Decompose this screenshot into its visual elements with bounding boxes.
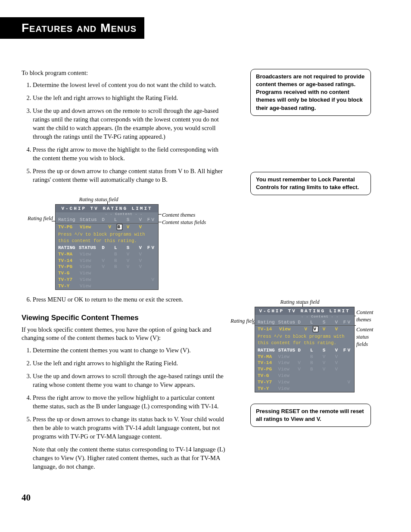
- cell-rating: TV-PG: [58, 264, 79, 270]
- cell-flags: B V V: [100, 251, 156, 258]
- cell-flags: V B V V: [298, 366, 352, 373]
- panel-thead: RATING STATUS D L S V FV: [255, 347, 354, 354]
- cell-status: View: [80, 264, 100, 270]
- note-box-2: You must remember to Lock Parental Contr…: [250, 172, 371, 195]
- flag-post: V V: [318, 327, 352, 332]
- panel-title: V-CHIP TV RATING LIMIT: [255, 307, 354, 315]
- cell-rating: TV-Y7: [258, 379, 277, 386]
- cell-rating: TV-Y: [258, 386, 277, 392]
- panel-row: TV-MAView B V V: [255, 354, 354, 360]
- caption-content-themes: Content themes: [162, 212, 195, 219]
- cell-status: View: [80, 251, 100, 258]
- step-item: Press MENU or OK to return to the menu o…: [33, 295, 226, 304]
- cell-status: View: [278, 360, 297, 366]
- panel-row: TV-PGViewV B V V: [255, 366, 354, 373]
- hdr-flags: D L S V FV: [298, 319, 352, 326]
- callout-line: [158, 214, 162, 215]
- panel-row: TV-14ViewV B V V: [255, 360, 354, 366]
- cell-rating: TV-Y7: [58, 277, 79, 283]
- sel-status: View: [279, 326, 299, 333]
- figure-a: Rating status field Rating field Content…: [28, 196, 213, 289]
- sel-flags: V V V V: [300, 326, 352, 333]
- panel-subtitle: - - Content - -: [56, 212, 158, 217]
- cell-rating: TV-Y: [58, 283, 79, 289]
- panel-msg2: this content for this rating.: [56, 237, 158, 245]
- cell-rating: TV-14: [258, 360, 277, 366]
- panel-row: TV-YView: [56, 283, 158, 289]
- caption-content-status: Content status fields: [356, 326, 380, 348]
- panel-row: TV-GView: [56, 270, 158, 277]
- cell-flags: V B V V: [100, 264, 156, 270]
- caption-top: Rating status field: [223, 299, 377, 306]
- section2-heading: Viewing Specific Content Themes: [22, 313, 226, 323]
- caption-content-status: Content status fields: [162, 219, 206, 226]
- callout-line: [52, 221, 55, 221]
- step-item: Use the up and down arrows to scroll thr…: [33, 372, 226, 389]
- page-header: Features and Menus: [0, 17, 144, 39]
- sel-status: View: [80, 224, 100, 230]
- figure-b: Rating status field Rating field Content…: [240, 299, 377, 392]
- panel-row: TV-Y7View V: [56, 277, 158, 283]
- panel-row: TV-14ViewV B V V: [56, 258, 158, 264]
- step-item: Press the up or down arrow to change con…: [33, 167, 226, 184]
- steps-list-b: Determine the content themes you want to…: [22, 346, 226, 471]
- cell-status: View: [80, 283, 100, 289]
- cell-status: View: [80, 270, 100, 277]
- flag-boxed: V: [313, 326, 319, 332]
- cell-status: View: [278, 354, 297, 360]
- cell-rating: TV-G: [58, 270, 79, 277]
- panel-row: TV-GView: [255, 373, 354, 379]
- cell-flags: V: [298, 379, 352, 386]
- hdr-status: Status: [80, 217, 100, 223]
- caption-rating-field: Rating field: [28, 215, 52, 222]
- cell-flags: B V V: [298, 354, 352, 360]
- flag-post: V V: [122, 224, 156, 230]
- right-column: Broadcasters are not required to provide…: [250, 69, 371, 427]
- callout-line: [158, 222, 162, 222]
- th-status: STATUS: [79, 245, 99, 251]
- step-text: Press the up or down arrows to change it…: [33, 416, 224, 440]
- cell-flags: [298, 373, 352, 379]
- th-status: STATUS: [278, 347, 298, 354]
- step-item: Use the up and down arrows on the remote…: [33, 106, 226, 141]
- cell-flags: V B V V: [298, 360, 352, 366]
- panel-header-row: Rating Status D L S V FV: [255, 319, 354, 326]
- cell-rating: TV-PG: [258, 366, 277, 373]
- flag-pre: V: [108, 224, 116, 230]
- panel-header-row: Rating Status D L S V FV: [56, 217, 158, 224]
- panel-row: TV-YView: [255, 386, 354, 392]
- sel-flags: V B V V: [100, 224, 156, 230]
- step-item: Press the right arrow to move the yellow…: [33, 393, 226, 411]
- step-item: Determine the lowest level of content yo…: [33, 81, 226, 89]
- caption-content-themes: Content themes: [356, 309, 380, 324]
- flag-pre: V: [304, 327, 312, 332]
- note-box-3: Pressing RESET on the remote will reset …: [250, 404, 371, 427]
- caption-top: Rating status field: [0, 196, 213, 203]
- main-columns: To block program content: Determine the …: [22, 69, 389, 477]
- cell-flags: V B V V: [100, 258, 156, 264]
- step-item: Press the up or down arrows to change it…: [33, 415, 226, 471]
- cell-flags: [298, 386, 352, 392]
- caption-rating-field: Rating field: [230, 317, 252, 325]
- step-item: Use the left and right arrows to highlig…: [33, 359, 226, 367]
- hdr-status: Status: [278, 319, 297, 326]
- th-flags: D L S V FV: [298, 347, 352, 354]
- panel-row: TV-MAView B V V: [56, 251, 158, 258]
- vchip-panel: V-CHIP TV RATING LIMIT - - Content - - R…: [55, 204, 159, 290]
- hdr-rating: Rating: [258, 319, 277, 326]
- flag-boxed: B: [117, 224, 123, 230]
- cell-rating: TV-G: [258, 373, 277, 379]
- panel-row: TV-PGViewV B V V: [56, 264, 158, 270]
- th-flags: D L S V FV: [99, 245, 156, 251]
- cell-rating: TV-MA: [258, 354, 277, 360]
- cell-status: View: [80, 277, 100, 283]
- panel-selected-row: TV-PG View V B V V: [56, 224, 158, 230]
- page-number: 40: [22, 492, 31, 504]
- left-column: To block program content: Determine the …: [22, 69, 226, 477]
- section2-intro: If you block specific content themes, yo…: [22, 326, 226, 342]
- th-rating: RATING: [258, 347, 278, 354]
- th-rating: RATING: [58, 245, 79, 251]
- cell-status: View: [278, 386, 297, 392]
- step-item: Use the left and right arrows to highlig…: [33, 93, 226, 102]
- hdr-flags: D L S V FV: [100, 217, 156, 223]
